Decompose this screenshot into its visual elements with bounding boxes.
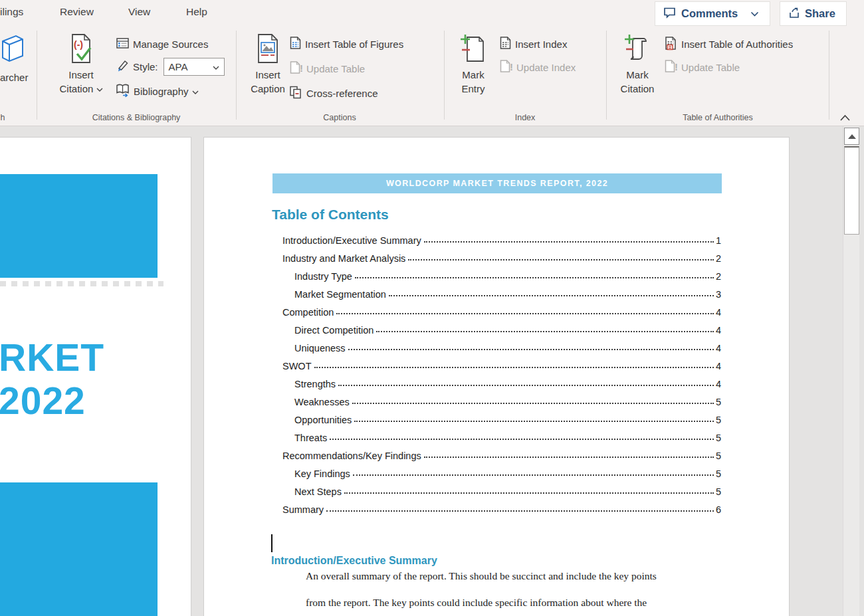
bibliography-button[interactable]: Bibliography	[116, 83, 199, 99]
group-label-captions: Captions	[323, 113, 356, 122]
toc-dot-leader	[314, 367, 714, 368]
chevron-down-icon	[213, 61, 219, 72]
mark-citation-button[interactable]: Mark Citation	[615, 31, 659, 96]
mark-entry-button[interactable]: Mark Entry	[452, 31, 494, 96]
toc-entry-label: Recommendations/Key Findings	[282, 451, 421, 463]
toc-entry-page: 5	[716, 433, 721, 445]
update-index-button[interactable]: ! Update Index	[498, 59, 576, 75]
insert-index-button[interactable]: Insert Index	[498, 36, 567, 52]
manage-sources-icon	[116, 37, 130, 52]
toc-entry-page: 4	[716, 307, 721, 320]
researcher-button-partial[interactable]: earcher	[0, 31, 35, 84]
toc-dot-leader	[348, 349, 714, 350]
document-title-banner[interactable]: WORLDCORP MARKET TRENDS REPORT, 2022	[272, 173, 722, 193]
chevron-down-icon	[96, 82, 103, 96]
style-select[interactable]: APA	[163, 58, 225, 76]
cover-bottom-block[interactable]	[0, 482, 158, 616]
toc-entry[interactable]: SWOT4	[282, 356, 721, 373]
scrollbar-thumb[interactable]	[844, 146, 859, 235]
toc-entry[interactable]: Threats5	[282, 427, 721, 445]
body-text-line[interactable]: An overall summary of the report. This s…	[306, 570, 657, 582]
group-divider	[37, 31, 37, 120]
toc-entry-page: 4	[716, 379, 721, 391]
toc-entry[interactable]: Opportunities5	[282, 409, 721, 427]
toc-dot-leader	[355, 277, 714, 278]
insert-citation-button[interactable]: (-) Insert Citation	[58, 31, 104, 96]
group-label-research-partial: h	[1, 113, 5, 122]
style-label: Style:	[133, 61, 158, 72]
toc-entry[interactable]: Market Segmentation3	[282, 284, 721, 302]
toc-entry[interactable]: Industry Type2	[282, 266, 721, 284]
manage-sources-button[interactable]: Manage Sources	[116, 36, 208, 52]
mark-entry-label1: Mark	[452, 68, 494, 82]
mark-entry-label2: Entry	[452, 82, 494, 96]
mark-entry-icon	[452, 33, 494, 66]
vertical-scrollbar[interactable]	[843, 126, 859, 616]
toc-entry[interactable]: Summary6	[282, 499, 721, 517]
toc-entry[interactable]: Uniqueness4	[282, 338, 721, 356]
toc-dot-leader	[352, 403, 714, 404]
cover-top-block[interactable]	[0, 174, 158, 278]
tab-view[interactable]: View	[128, 6, 150, 18]
tab-mailings-partial[interactable]: ilings	[0, 6, 23, 18]
toc-entry-label: Next Steps	[294, 486, 342, 499]
section-heading[interactable]: Introduction/Executive Summary	[271, 555, 437, 567]
toc-entry-page: 5	[716, 486, 721, 499]
cross-reference-button[interactable]: Cross-reference	[288, 85, 378, 101]
toc-entry[interactable]: Competition4	[282, 302, 721, 320]
insert-table-of-authorities-button[interactable]: Insert Table of Authorities	[663, 36, 793, 52]
group-divider	[606, 31, 607, 120]
table-of-authorities-icon	[663, 36, 678, 52]
insert-table-of-figures-button[interactable]: Insert Table of Figures	[288, 36, 403, 52]
comments-button[interactable]: Comments	[655, 1, 770, 26]
svg-text:!: !	[510, 61, 513, 72]
toc-page[interactable]: WORLDCORP MARKET TRENDS REPORT, 2022 Tab…	[204, 138, 789, 616]
toc-entry[interactable]: Weaknesses5	[282, 391, 721, 409]
toc-entry-label: Threats	[294, 433, 327, 445]
update-table-authorities-button[interactable]: ! Update Table	[663, 59, 740, 75]
toc-dot-leader	[344, 492, 714, 494]
toc-entry[interactable]: Direct Competition4	[282, 320, 721, 338]
cover-page[interactable]: RKET 2022	[0, 138, 191, 616]
update-table-authorities-label: Update Table	[681, 62, 740, 73]
cover-title-partial-line2[interactable]: 2022	[0, 380, 86, 421]
svg-text:!: !	[675, 61, 678, 72]
body-text-line[interactable]: from the report. The key points could in…	[306, 597, 647, 609]
scroll-up-button[interactable]	[844, 128, 859, 145]
manage-sources-label: Manage Sources	[133, 39, 208, 50]
cover-dashed-strip	[0, 281, 163, 286]
insert-caption-button[interactable]: Insert Caption	[245, 31, 291, 96]
toc-entry[interactable]: Industry and Market Analysis2	[282, 248, 721, 266]
toc-entry-label: Uniqueness	[294, 343, 346, 356]
update-table-icon: !	[663, 59, 678, 75]
toc-entry[interactable]: Introduction/Executive Summary1	[282, 230, 721, 248]
style-row: Style: APA	[116, 58, 225, 76]
toc-entry-page: 2	[716, 253, 721, 266]
toc-dot-leader	[353, 474, 714, 476]
group-divider	[236, 31, 237, 120]
cover-title-partial-line1[interactable]: RKET	[0, 337, 104, 378]
chevron-down-icon[interactable]	[750, 7, 759, 20]
update-table-button[interactable]: ! Update Table	[288, 60, 365, 76]
share-button[interactable]: Share	[780, 1, 847, 26]
update-table-label: Update Table	[306, 63, 365, 74]
group-label-citations: Citations & Bibliography	[92, 113, 181, 122]
insert-index-label: Insert Index	[515, 39, 567, 50]
toc-entry[interactable]: Recommendations/Key Findings5	[282, 445, 721, 463]
toc-entry-page: 5	[716, 397, 721, 409]
toc-dot-leader	[424, 457, 714, 458]
toc-dot-leader	[408, 259, 714, 260]
tab-review[interactable]: Review	[60, 6, 94, 18]
toc-entry[interactable]: Strengths4	[282, 373, 721, 391]
update-table-icon: !	[288, 60, 303, 76]
toc-entry-label: Opportunities	[294, 415, 352, 427]
toc-entry[interactable]: Next Steps5	[282, 481, 721, 499]
tab-help[interactable]: Help	[186, 6, 207, 18]
toc-heading[interactable]: Table of Contents	[272, 207, 389, 223]
toc-dot-leader	[330, 439, 714, 440]
toc-entry-label: Direct Competition	[294, 325, 374, 338]
cross-reference-icon	[288, 85, 303, 102]
toc-entry[interactable]: Key Findings5	[282, 463, 721, 481]
collapse-ribbon-button[interactable]	[836, 112, 853, 125]
toc-dot-leader	[326, 510, 714, 512]
